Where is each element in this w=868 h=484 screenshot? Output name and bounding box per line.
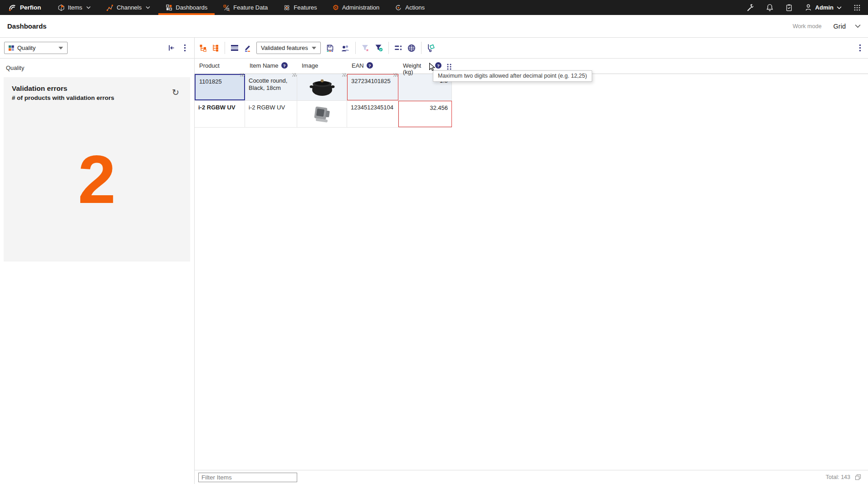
cell-ean[interactable]: 327234101825 (347, 74, 398, 100)
brand-name: Perfion (20, 4, 41, 11)
validation-errors-card: Validation errors # of products with val… (4, 77, 190, 262)
top-nav-right: Admin (746, 0, 868, 15)
wrench-icon[interactable] (746, 4, 754, 11)
panel-toolbar: Quality (0, 38, 195, 58)
nav-item-actions[interactable]: Actions (395, 0, 425, 15)
cell-ean[interactable]: 1234512345104 (347, 101, 398, 127)
work-mode-control: Work mode Grid (793, 23, 861, 30)
refresh-icon[interactable]: ↻ (172, 88, 179, 97)
user-name: Admin (815, 4, 834, 11)
help-icon[interactable]: ? (367, 62, 373, 69)
grid-toolbar: Validated features (195, 38, 868, 58)
cell-product[interactable]: i-2 RGBW UV (195, 101, 245, 127)
validation-errors-count: 2 (4, 145, 190, 213)
work-mode-value[interactable]: Grid (834, 23, 846, 30)
gear-icon: ⚙ (333, 4, 339, 11)
column-header-item-name[interactable]: Item Name ? (245, 59, 297, 74)
cascade-windows-icon[interactable] (854, 474, 862, 481)
dashboard-grid-icon (166, 4, 172, 11)
validated-features-select[interactable]: Validated features (256, 42, 321, 54)
product-image-stage-light (312, 105, 332, 124)
globe-icon[interactable] (407, 44, 416, 52)
cell-item-name[interactable]: Cocotte round, Black, 18cm (245, 74, 297, 100)
column-resize-handle[interactable] (292, 73, 297, 77)
brand[interactable]: Perfion (0, 0, 41, 15)
tree-view-icon[interactable] (199, 44, 207, 52)
bell-icon[interactable] (766, 4, 774, 12)
items-grid-panel: Product Item Name ? Image EAN ? Weight (… (195, 59, 868, 484)
column-header-product[interactable]: Product (195, 59, 245, 74)
cell-product[interactable]: 1101825 (195, 74, 245, 100)
toolbar-separator (388, 42, 389, 54)
perfion-logo-icon (8, 3, 16, 12)
column-resize-handle[interactable] (342, 73, 347, 77)
hand-truck-icon[interactable] (427, 44, 436, 52)
nav-item-features[interactable]: Features (283, 0, 317, 15)
card-title: Validation errors (12, 84, 182, 93)
validated-features-value: Validated features (261, 44, 308, 51)
cell-item-name[interactable]: i-2 RGBW UV (245, 101, 297, 127)
users-icon[interactable] (341, 44, 350, 52)
card-subtitle: # of products with validation errors (12, 94, 182, 101)
toolbar-separator (355, 42, 356, 54)
tree-list-icon[interactable] (211, 44, 219, 52)
user-icon (804, 4, 812, 11)
cube-icon (58, 4, 65, 11)
nav-item-items[interactable]: Items (58, 0, 91, 15)
caret-down-icon (312, 47, 316, 49)
product-image-cocotte (309, 76, 335, 96)
row-layers-icon[interactable] (230, 44, 239, 51)
save-icon[interactable] (326, 44, 334, 52)
panel-section-label: Quality (0, 59, 194, 77)
column-resize-handle[interactable] (240, 73, 245, 77)
chevron-down-icon[interactable] (855, 24, 861, 28)
filter-items-input[interactable] (198, 473, 297, 482)
column-header-image[interactable]: Image (297, 59, 347, 74)
column-label: Product (199, 63, 220, 69)
nav-item-feature-data[interactable]: Feature Data (223, 0, 268, 15)
panel-more-icon[interactable] (184, 44, 186, 52)
nav-item-channels[interactable]: Channels (106, 0, 150, 15)
chevron-down-icon (837, 6, 842, 10)
clear-filter-icon[interactable] (361, 44, 369, 52)
feature-data-icon (223, 4, 230, 11)
column-label: Weight (kg) (403, 63, 432, 76)
apply-filter-icon[interactable] (375, 44, 383, 52)
help-icon[interactable]: ? (435, 62, 441, 69)
column-resize-handle[interactable] (393, 73, 398, 77)
column-chooser-icon[interactable] (446, 63, 452, 70)
column-label: Item Name (250, 63, 279, 69)
nav-item-administration[interactable]: ⚙ Administration (333, 0, 380, 15)
dashboard-select[interactable]: Quality (4, 42, 68, 54)
collapse-panel-icon[interactable] (167, 44, 175, 52)
table-row: 1101825 Cocotte round, Black, 18cm 32723… (195, 74, 452, 101)
table-row: i-2 RGBW UV i-2 RGBW UV 1234512345104 32… (195, 101, 452, 128)
cell-weight[interactable]: 32.456 (398, 101, 452, 127)
column-label: Image (302, 63, 318, 69)
actions-cycle-icon (395, 4, 402, 11)
dashboard-select-value: Quality (17, 44, 35, 51)
cell-image[interactable] (297, 74, 347, 100)
work-mode-label: Work mode (793, 23, 822, 30)
toolbar-separator (225, 42, 225, 54)
column-label: EAN (352, 63, 364, 69)
nav-item-label: Channels (117, 4, 142, 11)
value-sliders-icon[interactable] (394, 44, 402, 51)
nav-items: Items Channels (58, 0, 425, 15)
user-menu[interactable]: Admin (804, 4, 842, 11)
branch-nodes-icon (106, 4, 113, 11)
toolbar-row: Quality (0, 38, 868, 59)
apps-grid-icon[interactable] (853, 4, 861, 11)
column-header-ean[interactable]: EAN ? (347, 59, 398, 74)
grid-more-icon[interactable] (859, 44, 861, 52)
top-nav: Perfion Items (0, 0, 868, 15)
nav-item-dashboards[interactable]: Dashboards (166, 0, 207, 15)
dashboard-tiles-icon (9, 45, 14, 51)
chevron-down-icon (86, 6, 91, 9)
clipboard-check-icon[interactable] (785, 4, 793, 12)
nav-item-label: Features (294, 4, 317, 11)
help-icon[interactable]: ? (281, 62, 288, 69)
dashboard-panel: Quality Validation errors # of products … (0, 59, 195, 484)
cell-image[interactable] (297, 101, 347, 127)
edit-pencil-icon[interactable] (244, 44, 252, 52)
